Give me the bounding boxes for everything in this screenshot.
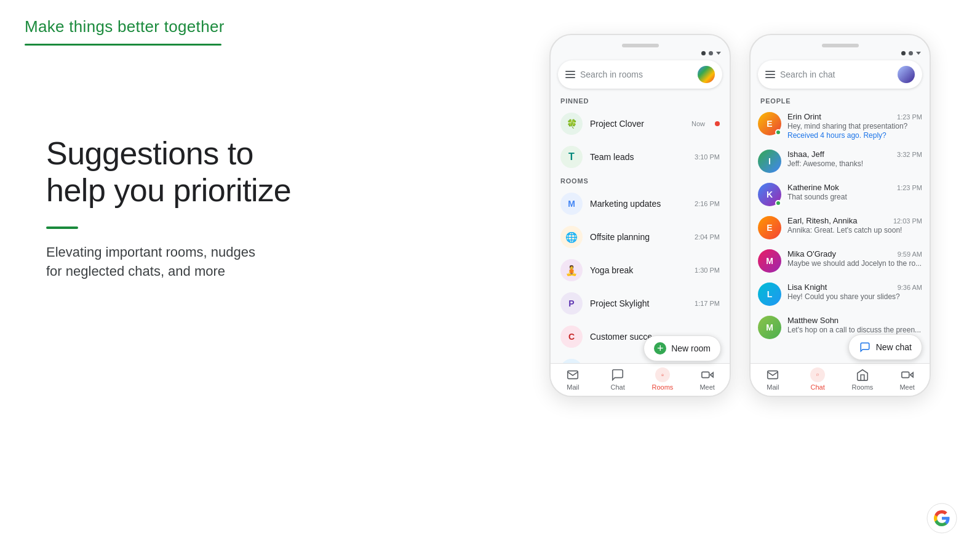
rooms-icon — [655, 367, 670, 382]
chat-list-item[interactable]: L Lisa Knight 9:36 AM Hey! Could you sha… — [751, 278, 930, 311]
chat-time: 9:59 AM — [898, 250, 922, 258]
nav-meet-label: Meet — [899, 383, 914, 391]
nav-rooms-label: Rooms — [651, 383, 673, 391]
chat-preview: That sounds great — [787, 193, 922, 201]
yoga-icon: 🧘 — [560, 259, 583, 281]
chat-content: Earl, Ritesh, Annika 12:03 PM Annika: Gr… — [787, 216, 922, 234]
online-indicator — [775, 129, 781, 135]
mika-avatar: M — [758, 249, 781, 273]
item-time: 1:30 PM — [695, 266, 720, 274]
new-chat-label: New chat — [876, 342, 912, 352]
erin-avatar: E — [758, 112, 781, 135]
new-room-fab[interactable]: + New room — [643, 335, 721, 361]
status-bar-chat — [751, 47, 930, 55]
mail-icon — [565, 367, 580, 382]
chat-bottom-nav: Mail Chat Rooms — [751, 363, 930, 396]
chat-content: Ishaa, Jeff 3:32 PM Jeff: Awesome, thank… — [787, 150, 922, 168]
chat-content: Matthew Sohn Let's hop on a call to disc… — [787, 316, 922, 334]
nav-meet[interactable]: Meet — [685, 367, 730, 391]
clover-icon: 🍀 — [560, 113, 583, 135]
item-name: Offsite planning — [590, 232, 687, 242]
nav-rooms[interactable]: Rooms — [640, 367, 685, 391]
nav-meet-label: Meet — [699, 383, 714, 391]
offsite-icon: 🌐 — [560, 226, 583, 248]
marketing-icon: M — [560, 193, 583, 215]
chat-time: 9:36 AM — [898, 284, 922, 291]
header-divider — [25, 44, 221, 46]
new-chat-button[interactable]: New chat — [848, 334, 922, 360]
item-name: Team leads — [590, 152, 687, 162]
chat-preview: Hey, mind sharing that presentation? — [787, 122, 922, 130]
list-item[interactable]: 🍀 Project Clover Now — [551, 107, 730, 140]
chat-search-bar[interactable]: Search in chat — [758, 60, 922, 89]
hamburger-icon[interactable] — [765, 71, 775, 78]
team-leads-icon: T — [560, 146, 583, 168]
rooms-search-bar[interactable]: Search in rooms — [558, 60, 722, 89]
chat-name: Katherine Mok — [787, 183, 839, 192]
item-name: Yoga break — [590, 265, 687, 275]
chat-header: Katherine Mok 1:23 PM — [787, 183, 922, 192]
item-time: 2:16 PM — [695, 200, 720, 207]
chat-header: Ishaa, Jeff 3:32 PM — [787, 150, 922, 159]
sub-text: Elevating important rooms, nudgesfor neg… — [46, 242, 291, 282]
item-time: 3:10 PM — [695, 153, 720, 161]
chat-preview: Maybe we should add Jocelyn to the ro... — [787, 259, 922, 268]
new-chat-fab[interactable]: New chat — [848, 334, 922, 360]
list-item[interactable]: P Project Skylight 1:17 PM — [551, 287, 730, 320]
chat-content: Katherine Mok 1:23 PM That sounds great — [787, 183, 922, 201]
status-chevron — [916, 52, 921, 55]
plus-icon: + — [654, 342, 666, 355]
nav-chat[interactable]: Chat — [596, 367, 640, 391]
status-dot-2 — [909, 51, 913, 55]
phones-container: Search in rooms PINNED 🍀 Project Clover … — [549, 34, 931, 397]
nav-rooms-label: Rooms — [851, 383, 873, 391]
chat-preview: Let's hop on a call to discuss the preen… — [787, 326, 922, 334]
hamburger-icon[interactable] — [565, 71, 575, 78]
chat-list-item[interactable]: E Erin Orint 1:23 PM Hey, mind sharing t… — [751, 107, 930, 145]
svg-rect-1 — [701, 372, 709, 377]
item-content: Marketing updates — [590, 199, 687, 209]
chat-header: Earl, Ritesh, Annika 12:03 PM — [787, 216, 922, 225]
chat-list-item[interactable]: K Katherine Mok 1:23 PM That sounds grea… — [751, 178, 930, 211]
online-indicator — [775, 200, 781, 206]
green-divider — [46, 226, 78, 229]
rooms-avatar[interactable] — [698, 66, 715, 83]
nudge-text[interactable]: Received 4 hours ago. Reply? — [787, 131, 922, 140]
chat-avatar[interactable] — [898, 66, 915, 83]
item-time: 1:17 PM — [695, 300, 720, 307]
nav-chat-label: Chat — [811, 383, 825, 391]
item-content: Team leads — [590, 152, 687, 162]
rooms-bottom-nav: Mail Chat Rooms — [551, 363, 730, 396]
list-item[interactable]: M Marketing updates 2:16 PM — [551, 187, 730, 220]
svg-rect-3 — [901, 372, 909, 377]
nav-mail[interactable]: Mail — [551, 367, 596, 391]
item-time: 2:04 PM — [695, 233, 720, 241]
chat-name: Matthew Sohn — [787, 316, 839, 325]
nav-chat-label: Chat — [611, 383, 625, 391]
chat-content: Mika O'Grady 9:59 AM Maybe we should add… — [787, 249, 922, 268]
nav-rooms-chat[interactable]: Rooms — [840, 367, 885, 391]
chat-icon — [610, 367, 625, 382]
meet-icon — [700, 367, 715, 382]
chat-list-item[interactable]: E Earl, Ritesh, Annika 12:03 PM Annika: … — [751, 211, 930, 244]
item-content: Project Skylight — [590, 299, 687, 308]
chat-time: 1:23 PM — [897, 184, 922, 191]
chat-name: Erin Orint — [787, 112, 821, 121]
lisa-avatar: L — [758, 283, 781, 306]
new-room-button[interactable]: + New room — [643, 335, 721, 361]
chat-search-placeholder: Search in chat — [780, 70, 893, 79]
status-chevron — [716, 52, 721, 55]
nav-chat-active[interactable]: Chat — [795, 367, 840, 391]
chat-name: Lisa Knight — [787, 283, 827, 292]
chat-list-item[interactable]: I Ishaa, Jeff 3:32 PM Jeff: Awesome, tha… — [751, 145, 930, 178]
chat-preview: Hey! Could you share your slides? — [787, 292, 922, 301]
chat-list-item[interactable]: M Mika O'Grady 9:59 AM Maybe we should a… — [751, 244, 930, 278]
chat-time: 12:03 PM — [893, 217, 922, 225]
nav-mail-chat[interactable]: Mail — [751, 367, 795, 391]
list-item[interactable]: 🧘 Yoga break 1:30 PM — [551, 254, 730, 287]
chat-name: Mika O'Grady — [787, 249, 836, 258]
mail-icon — [765, 367, 780, 382]
list-item[interactable]: 🌐 Offsite planning 2:04 PM — [551, 220, 730, 254]
list-item[interactable]: T Team leads 3:10 PM — [551, 140, 730, 174]
nav-meet-chat[interactable]: Meet — [885, 367, 930, 391]
